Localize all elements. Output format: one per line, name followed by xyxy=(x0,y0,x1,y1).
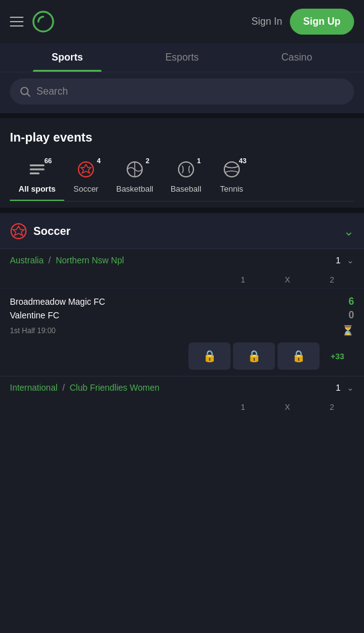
lock-icon-x: 🔒 xyxy=(247,349,261,363)
match-odds-wrapper: 🔒 🔒 🔒 +33 xyxy=(10,342,354,376)
odds-cell-2[interactable]: 🔒 xyxy=(277,342,320,370)
header: Sign In Sign Up xyxy=(0,0,364,43)
soccer-count: 4 xyxy=(97,157,101,164)
soccer-section-header[interactable]: Soccer ⌄ xyxy=(0,214,364,249)
filter-soccer[interactable]: 4 Soccer xyxy=(64,155,108,201)
league-country-australia: Australia xyxy=(10,255,43,265)
league-name-australia: Australia / Northern Nsw Npl xyxy=(10,255,124,265)
odds-header-1: 1 xyxy=(221,275,265,284)
league-row-international[interactable]: International / Club Friendlies Women 1 … xyxy=(0,376,364,399)
league-country-international: International xyxy=(10,383,57,393)
svg-point-11 xyxy=(224,162,239,177)
odds-header-row: 1 X 2 xyxy=(0,271,364,288)
svg-point-0 xyxy=(33,12,53,32)
all-sports-icon-wrapper: 66 xyxy=(27,159,47,182)
baseball-icon xyxy=(176,159,196,179)
svg-marker-7 xyxy=(81,164,91,173)
league-row-australia[interactable]: Australia / Northern Nsw Npl 1 ⌄ xyxy=(0,249,364,271)
filter-basketball[interactable]: 2 Basketball xyxy=(108,155,162,201)
header-right: Sign In Sign Up xyxy=(252,9,354,35)
svg-rect-5 xyxy=(30,172,40,174)
tab-esports[interactable]: Esports xyxy=(125,43,240,72)
league-right-international: 1 ⌄ xyxy=(336,383,354,393)
inplay-section: In-play events 66 All sports 4 xyxy=(0,118,364,208)
header-left xyxy=(10,11,54,33)
basketball-label: Basketball xyxy=(116,184,153,193)
tab-sports[interactable]: Sports xyxy=(10,43,125,72)
inplay-title: In-play events xyxy=(10,130,354,145)
section-divider xyxy=(0,113,364,118)
odds-header-2-b: 2 xyxy=(310,402,354,412)
league-chevron-icon-2[interactable]: ⌄ xyxy=(347,383,354,393)
filter-tennis[interactable]: 43 Tennis xyxy=(210,155,253,201)
team-name-1: Broadmeadow Magic FC xyxy=(10,297,105,307)
league-count-australia: 1 xyxy=(336,255,341,265)
soccer-icon xyxy=(76,159,96,179)
league-competition-australia: Northern Nsw Npl xyxy=(56,255,124,265)
match-teams: Broadmeadow Magic FC 6 Valentine FC 0 xyxy=(10,289,354,321)
odds-header-1-b: 1 xyxy=(221,402,265,412)
match-block-broadmeadow: Broadmeadow Magic FC 6 Valentine FC 0 1s… xyxy=(0,288,364,376)
league-name-international: International / Club Friendlies Women xyxy=(10,383,159,393)
odds-more-label[interactable]: +33 xyxy=(322,352,344,361)
filter-all-sports[interactable]: 66 All sports xyxy=(10,155,64,201)
league-right-australia: 1 ⌄ xyxy=(336,255,354,265)
svg-point-1 xyxy=(21,87,28,94)
search-input[interactable] xyxy=(36,86,344,97)
lock-icon-1: 🔒 xyxy=(203,349,216,363)
nav-tabs: Sports Esports Casino xyxy=(0,43,364,72)
odds-cell-x[interactable]: 🔒 xyxy=(233,342,275,370)
sign-in-button[interactable]: Sign In xyxy=(252,16,282,27)
filter-baseball[interactable]: 1 Baseball xyxy=(162,155,210,201)
search-box[interactable] xyxy=(10,79,354,104)
soccer-label: Soccer xyxy=(74,184,98,193)
section-divider-2 xyxy=(0,208,364,213)
svg-marker-13 xyxy=(13,226,24,236)
basketball-icon xyxy=(125,159,145,179)
svg-rect-3 xyxy=(30,164,44,166)
svg-line-2 xyxy=(27,94,30,96)
search-container xyxy=(0,72,364,113)
soccer-section-icon xyxy=(10,223,27,240)
tab-casino[interactable]: Casino xyxy=(239,43,354,72)
team-line-2: Valentine FC 0 xyxy=(10,310,354,321)
baseball-label: Baseball xyxy=(171,184,201,193)
team-score-2: 0 xyxy=(349,310,354,321)
baseball-count: 1 xyxy=(197,157,201,164)
league-competition-international: Club Friendlies Women xyxy=(70,383,159,393)
match-info-row: 1st Half 19:00 ⏳ xyxy=(10,321,354,342)
tennis-label: Tennis xyxy=(220,184,243,193)
lock-icon-2: 🔒 xyxy=(292,349,305,363)
odds-header-x-b: X xyxy=(265,402,310,412)
soccer-section: Soccer ⌄ Australia / Northern Nsw Npl 1 … xyxy=(0,214,364,415)
soccer-chevron-icon: ⌄ xyxy=(344,224,354,239)
soccer-icon-wrapper: 4 xyxy=(76,159,96,182)
soccer-section-title: Soccer xyxy=(10,223,70,240)
team-name-2: Valentine FC xyxy=(10,310,59,320)
sports-filter: 66 All sports 4 Soccer xyxy=(10,155,354,202)
match-row-broadmeadow: Broadmeadow Magic FC 6 Valentine FC 0 1s… xyxy=(0,288,364,376)
soccer-section-label: Soccer xyxy=(33,225,70,238)
match-time: 1st Half 19:00 xyxy=(10,326,56,335)
menu-button[interactable] xyxy=(10,17,23,27)
all-sports-label: All sports xyxy=(19,184,56,193)
basketball-icon-wrapper: 2 xyxy=(125,159,145,182)
tennis-icon-wrapper: 43 xyxy=(222,159,242,182)
baseball-icon-wrapper: 1 xyxy=(176,159,196,182)
all-sports-count: 66 xyxy=(44,157,52,164)
odds-cell-1[interactable]: 🔒 xyxy=(188,342,231,370)
sign-up-button[interactable]: Sign Up xyxy=(290,9,354,35)
basketball-count: 2 xyxy=(146,157,150,164)
team-line-1: Broadmeadow Magic FC 6 xyxy=(10,296,354,307)
search-icon xyxy=(20,86,30,97)
league-count-international: 1 xyxy=(336,383,341,393)
tennis-count: 43 xyxy=(239,157,247,164)
league-chevron-icon[interactable]: ⌄ xyxy=(347,255,354,265)
svg-point-10 xyxy=(179,162,193,177)
svg-rect-4 xyxy=(30,169,44,171)
odds-header-2: 2 xyxy=(310,275,354,284)
team-score-1: 6 xyxy=(349,296,354,307)
odds-header-x: X xyxy=(265,275,310,284)
logo-icon xyxy=(32,11,54,33)
league-separator-2: / xyxy=(62,383,67,393)
